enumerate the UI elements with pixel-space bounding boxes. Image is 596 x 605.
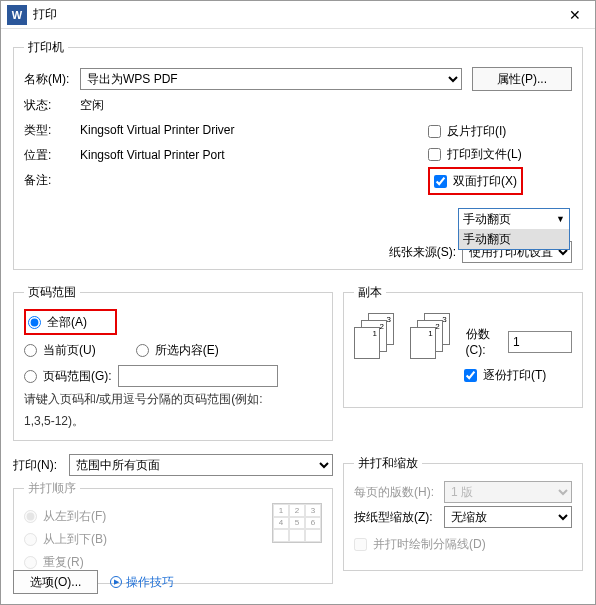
range-pages-input[interactable] [118,365,278,387]
zoom-select[interactable]: 无缩放 [444,506,572,528]
window-title: 打印 [33,6,57,23]
printer-group: 打印机 名称(M): 导出为WPS PDF 属性(P)... 状态:空闲 类型:… [13,39,583,270]
tips-link[interactable]: ▶ 操作技巧 [110,574,174,591]
range-current[interactable]: 当前页(U) [24,340,96,360]
perpage-label: 每页的版数(H): [354,484,444,501]
printer-select[interactable]: 导出为WPS PDF [80,68,462,90]
status-value: 空闲 [80,97,104,114]
print-what-select[interactable]: 范围中所有页面 [69,454,333,476]
comment-label: 备注: [24,172,80,189]
range-legend: 页码范围 [24,284,80,301]
copies-legend: 副本 [354,284,386,301]
printer-legend: 打印机 [24,39,68,56]
paper-source-label: 纸张来源(S): [389,244,456,261]
location-value: Kingsoft Virtual Printer Port [80,148,225,162]
order-legend: 并打顺序 [24,480,80,497]
chevron-down-icon: ▼ [556,214,565,224]
duplex-selected: 手动翻页 [463,211,511,228]
order-tb: 从上到下(B) [24,529,272,549]
divider-check: 并打时绘制分隔线(D) [354,534,572,554]
order-preview-icon: 123456 [272,503,322,543]
copies-input[interactable] [508,331,572,353]
scale-legend: 并打和缩放 [354,455,422,472]
zoom-label: 按纸型缩放(Z): [354,509,444,526]
play-icon: ▶ [110,576,122,588]
location-label: 位置: [24,147,80,164]
app-icon: W [7,5,27,25]
collate-illustration: 3 2 1 3 2 1 份数(C): [354,313,572,357]
copies-label: 份数(C): [466,326,504,357]
tofile-check[interactable]: 打印到文件(L) [428,144,558,164]
order-lr: 从左到右(F) [24,506,272,526]
name-label: 名称(M): [24,71,80,88]
perpage-select: 1 版 [444,481,572,503]
range-selection[interactable]: 所选内容(E) [136,340,219,360]
properties-button[interactable]: 属性(P)... [472,67,572,91]
order-repeat: 重复(R) [24,552,272,572]
range-all[interactable]: 全部(A) [28,312,87,332]
status-label: 状态: [24,97,80,114]
collate-check[interactable]: 逐份打印(T) [464,365,572,385]
range-pages[interactable]: 页码范围(G): [24,366,322,386]
order-group: 并打顺序 从左到右(F) 从上到下(B) 重复(R) 123456 [13,480,333,584]
range-group: 页码范围 全部(A) 当前页(U) 所选内容(E) 页码范围(G): 请键入页码… [13,284,333,441]
duplex-check[interactable]: 双面打印(X) [434,171,517,191]
reverse-check[interactable]: 反片打印(I) [428,121,558,141]
close-icon[interactable]: ✕ [555,7,595,23]
copies-group: 副本 3 2 1 3 2 1 份数(C): [343,284,583,408]
duplex-option[interactable]: 手动翻页 [459,229,569,249]
print-what-label: 打印(N): [13,457,69,474]
titlebar: W 打印 ✕ [1,1,595,29]
type-label: 类型: [24,122,80,139]
scale-group: 并打和缩放 每页的版数(H): 1 版 按纸型缩放(Z): 无缩放 并打时绘制分… [343,455,583,571]
type-value: Kingsoft Virtual Printer Driver [80,123,235,137]
range-hint2: 1,3,5-12)。 [24,412,322,430]
options-button[interactable]: 选项(O)... [13,570,98,594]
range-hint1: 请键入页码和/或用逗号分隔的页码范围(例如: [24,390,322,408]
duplex-dropdown[interactable]: 手动翻页▼ 手动翻页 [458,208,570,250]
